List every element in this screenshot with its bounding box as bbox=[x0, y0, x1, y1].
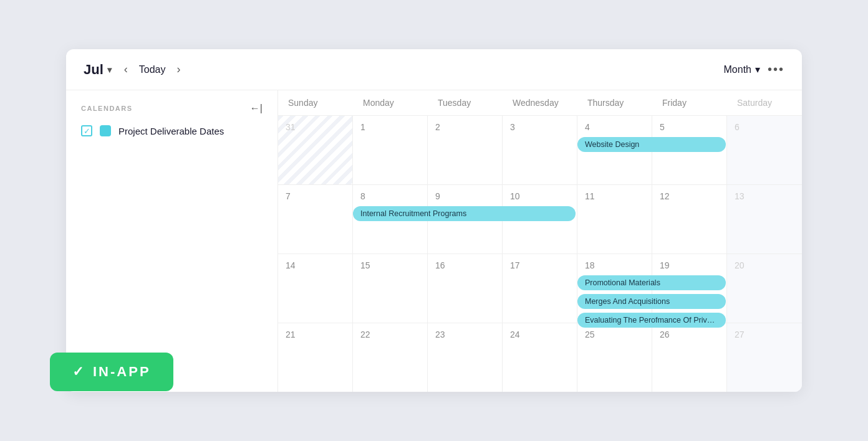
in-app-check-icon: ✓ bbox=[72, 364, 85, 380]
day-number: 6 bbox=[735, 122, 797, 132]
event-pill-promotional[interactable]: Promotional Materials bbox=[577, 275, 726, 290]
day-number: 13 bbox=[735, 191, 797, 201]
day-cell[interactable]: 3 bbox=[503, 116, 577, 184]
day-cell[interactable]: 27 bbox=[727, 323, 802, 392]
day-number: 10 bbox=[510, 191, 572, 201]
checkbox-check-icon: ✓ bbox=[84, 126, 90, 136]
in-app-badge: ✓ IN-APP bbox=[50, 353, 173, 391]
day-cell[interactable]: 6 bbox=[727, 116, 802, 184]
day-headers: Sunday Monday Tuesday Wednesday Thursday… bbox=[278, 90, 802, 116]
view-selector[interactable]: Month ▾ bbox=[724, 64, 760, 75]
day-number: 18 bbox=[585, 260, 647, 270]
calendar-weeks: 31 1 2 3 4 Website Design bbox=[278, 116, 802, 392]
day-number: 19 bbox=[660, 260, 721, 270]
day-number: 24 bbox=[510, 330, 572, 339]
nav-arrows: ‹ Today › bbox=[119, 60, 186, 78]
day-cell[interactable]: 20 bbox=[727, 254, 802, 323]
day-header-sunday: Sunday bbox=[278, 90, 353, 115]
event-pill[interactable]: Internal Recruitment Programs bbox=[353, 206, 576, 221]
day-number: 14 bbox=[286, 260, 347, 270]
day-cell[interactable]: 7 bbox=[278, 185, 353, 254]
day-cell[interactable]: 23 bbox=[428, 323, 503, 392]
calendar-color-dot bbox=[100, 125, 111, 136]
calendar-header: Jul ▾ ‹ Today › Month ▾ ••• bbox=[66, 49, 802, 90]
header-right: Month ▾ ••• bbox=[724, 62, 784, 77]
day-number: 22 bbox=[360, 330, 422, 339]
day-number: 2 bbox=[435, 122, 497, 132]
sidebar-header: CALENDARS ←| bbox=[81, 103, 263, 114]
header-left: Jul ▾ ‹ Today › bbox=[84, 60, 186, 78]
day-header-tuesday: Tuesday bbox=[428, 90, 503, 115]
view-chevron-icon: ▾ bbox=[755, 64, 760, 75]
calendar-container: Jul ▾ ‹ Today › Month ▾ ••• CALENDARS ←| bbox=[66, 49, 802, 392]
day-number: 17 bbox=[510, 260, 572, 270]
day-cell[interactable]: 26 bbox=[652, 323, 727, 392]
day-header-friday: Friday bbox=[652, 90, 727, 115]
calendar-name: Project Deliverable Dates bbox=[118, 126, 224, 136]
event-pill-evaluating[interactable]: Evaluating The Perofmance Of Privat... bbox=[577, 313, 726, 328]
day-number: 4 bbox=[585, 122, 647, 132]
view-label: Month bbox=[724, 64, 751, 75]
in-app-label: IN-APP bbox=[93, 364, 151, 380]
day-cell[interactable]: 18 Promotional Materials Merges And Acqu… bbox=[577, 254, 652, 323]
day-number: 7 bbox=[286, 191, 347, 201]
day-cell[interactable]: 8 Internal Recruitment Programs bbox=[353, 185, 428, 254]
day-number: 21 bbox=[286, 330, 347, 339]
calendars-label: CALENDARS bbox=[81, 105, 133, 112]
day-number: 12 bbox=[660, 191, 721, 201]
day-number: 16 bbox=[435, 260, 497, 270]
day-number: 25 bbox=[585, 330, 647, 339]
collapse-button[interactable]: ←| bbox=[250, 103, 263, 114]
day-cell[interactable]: 15 bbox=[353, 254, 428, 323]
day-cell[interactable]: 11 bbox=[577, 185, 652, 254]
more-options-icon[interactable]: ••• bbox=[768, 62, 784, 77]
week-row: 7 8 Internal Recruitment Programs 9 10 bbox=[278, 185, 802, 254]
day-cell[interactable]: 4 Website Design bbox=[577, 116, 652, 184]
day-number: 26 bbox=[660, 330, 721, 339]
next-arrow-icon[interactable]: › bbox=[172, 60, 186, 78]
week-row: 31 1 2 3 4 Website Design bbox=[278, 116, 802, 185]
week-row: 21 22 23 24 25 26 bbox=[278, 323, 802, 392]
day-number: 15 bbox=[360, 260, 422, 270]
day-cell[interactable]: 22 bbox=[353, 323, 428, 392]
month-label: Jul bbox=[84, 62, 104, 78]
day-cell[interactable]: 31 bbox=[278, 116, 353, 184]
day-number: 1 bbox=[360, 122, 422, 132]
today-button[interactable]: Today bbox=[139, 64, 166, 75]
day-number: 8 bbox=[360, 191, 422, 201]
day-cell[interactable]: 16 bbox=[428, 254, 503, 323]
calendar-body: CALENDARS ←| ✓ Project Deliverable Dates… bbox=[66, 90, 802, 392]
day-cell[interactable]: 1 bbox=[353, 116, 428, 184]
day-cell[interactable]: 24 bbox=[503, 323, 577, 392]
day-header-wednesday: Wednesday bbox=[503, 90, 577, 115]
sidebar: CALENDARS ←| ✓ Project Deliverable Dates bbox=[66, 90, 278, 392]
calendar-checkbox[interactable]: ✓ bbox=[81, 125, 92, 136]
day-number: 23 bbox=[435, 330, 497, 339]
day-cell[interactable]: 25 bbox=[577, 323, 652, 392]
day-number: 3 bbox=[510, 122, 572, 132]
prev-arrow-icon[interactable]: ‹ bbox=[119, 60, 133, 78]
day-cell[interactable]: 14 bbox=[278, 254, 353, 323]
month-selector[interactable]: Jul ▾ bbox=[84, 62, 112, 78]
event-pill-merges[interactable]: Merges And Acquisitions bbox=[577, 294, 726, 309]
calendar-item-project[interactable]: ✓ Project Deliverable Dates bbox=[81, 125, 263, 136]
day-cell[interactable]: 21 bbox=[278, 323, 353, 392]
day-number: 31 bbox=[286, 122, 347, 132]
day-header-thursday: Thursday bbox=[577, 90, 652, 115]
day-header-monday: Monday bbox=[353, 90, 428, 115]
day-cell[interactable]: 13 bbox=[727, 185, 802, 254]
day-number: 11 bbox=[585, 191, 647, 201]
day-number: 27 bbox=[735, 330, 797, 339]
day-number: 20 bbox=[735, 260, 797, 270]
day-cell[interactable]: 17 bbox=[503, 254, 577, 323]
day-header-saturday: Saturday bbox=[727, 90, 802, 115]
month-chevron-icon: ▾ bbox=[107, 65, 112, 75]
week-row: 14 15 16 17 18 Promotional Materials bbox=[278, 254, 802, 323]
event-pill[interactable]: Website Design bbox=[577, 137, 726, 152]
calendar-grid: Sunday Monday Tuesday Wednesday Thursday… bbox=[278, 90, 802, 392]
day-cell[interactable]: 12 bbox=[652, 185, 727, 254]
day-number: 5 bbox=[660, 122, 721, 132]
day-cell[interactable]: 2 bbox=[428, 116, 503, 184]
day-number: 9 bbox=[435, 191, 497, 201]
